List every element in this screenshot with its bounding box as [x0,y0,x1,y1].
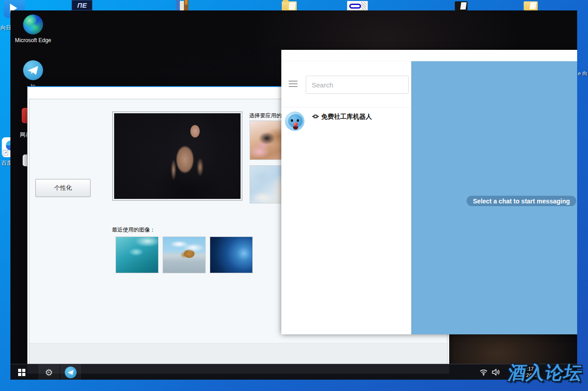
telegram-window: 免费社工库机器人 Select a chat to start messagin… [281,50,577,334]
windows-logo-icon [18,369,25,376]
telegram-icon [23,60,43,80]
personalize-button[interactable]: 个性化 [35,179,91,197]
taskbar-settings-button[interactable]: ⚙ [39,364,59,380]
sunflower-icon-label: 向日 [0,24,11,32]
volume-icon[interactable] [492,369,500,376]
channel-megaphone-icon [312,113,319,121]
recent-thumb-windows10[interactable] [210,237,253,273]
wallpaper-preview-image [114,113,241,199]
puzzle-app-icon[interactable] [23,154,27,166]
paperclip-glyph [349,4,361,9]
folder-icon[interactable] [282,1,297,11]
dark-document-icon[interactable] [455,1,468,10]
edge-icon [23,14,43,34]
recent-thumb-underwater[interactable] [116,237,159,273]
right-edge-icon-label-fragment: e 向 [578,70,587,77]
pe-tool-icon[interactable]: ΠΕ [72,0,92,10]
chat-name: 免费社工库机器人 [321,113,372,121]
shortcut-arrow-badge: ↗ [3,150,8,155]
empty-state-pill: Select a chat to start messaging [467,196,576,206]
telegram-empty-chat-pane: Select a chat to start messaging [411,61,577,334]
telegram-chatlist-pane: 免费社工库机器人 [281,61,411,334]
telegram-taskbar-icon [65,367,77,378]
recent-images-label: 最近使用的图像： [112,226,155,234]
taskbar: ⚙ [10,364,577,380]
start-button[interactable] [11,364,32,380]
wallpaper-preview-frame [112,111,242,201]
outer-desktop: 向日 ΠΕ ↗ 百度 e 向 Microsoft Edge [0,0,588,391]
chat-avatar [285,111,304,131]
netease-music-icon[interactable] [22,108,27,123]
edge-icon-label: Microsoft Edge [13,37,53,43]
desktop-icon-telegram[interactable]: te [13,60,53,89]
taskbar-telegram-button[interactable] [60,364,81,380]
wifi-icon[interactable] [480,369,487,376]
gear-icon: ⚙ [45,368,53,377]
search-input[interactable] [306,76,409,94]
remote-screen: Microsoft Edge te 网易 选择要应用的 个性化 最近 [10,10,577,380]
recent-thumb-beach[interactable] [163,237,206,273]
paperclip-app-icon[interactable] [347,1,368,10]
choose-fit-label: 选择要应用的 [249,112,282,120]
telegram-titlebar[interactable] [281,50,577,61]
hamburger-menu-icon[interactable] [289,81,298,88]
chat-list-item[interactable]: 免费社工库机器人 [281,107,411,135]
watermark-text: 酒入论坛 [506,360,588,385]
winrar-icon[interactable] [176,0,188,11]
desktop-icon-edge[interactable]: Microsoft Edge [13,14,53,43]
system-tray [480,364,500,380]
folder-icon-2[interactable] [524,1,538,10]
